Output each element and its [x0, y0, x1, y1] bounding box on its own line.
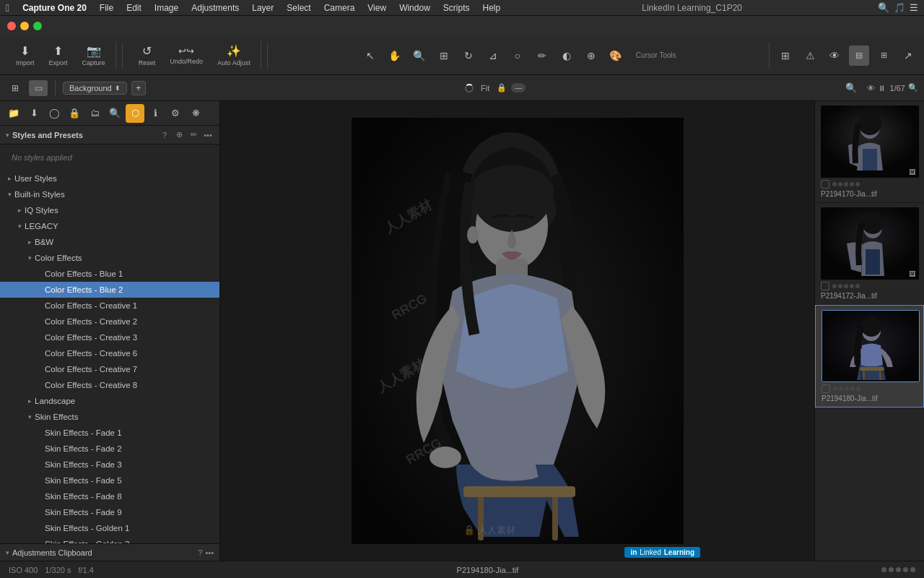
tree-item-color-effects[interactable]: Color Effects [0, 250, 219, 266]
tree-item-se-fade5[interactable]: Skin Effects - Fade 5 [0, 473, 219, 488]
expand-panel-button[interactable]: ↗ [898, 46, 918, 66]
tree-item-ce-blue1[interactable]: Color Effects - Blue 1 [0, 266, 219, 282]
grid-button[interactable]: ⊞ [775, 46, 796, 66]
layers-icon-btn[interactable]: ❋ [186, 104, 205, 123]
tree-item-iq-styles[interactable]: IQ Styles [0, 202, 219, 218]
menu-window[interactable]: Window [393, 1, 436, 14]
search-icon-btn[interactable]: 🔍 [105, 104, 124, 123]
bookmark-panel-btn[interactable]: ⊕ [173, 129, 185, 141]
menu-scripts[interactable]: Scripts [437, 1, 476, 14]
tree-item-ce-blue2[interactable]: Color Effects - Blue 2 [0, 282, 219, 298]
folder2-icon-btn[interactable]: 🗂 [85, 104, 104, 123]
edit-panel-btn[interactable]: ✏ [188, 129, 199, 141]
zoom-tool[interactable]: 🔍 [409, 46, 430, 66]
single-view-button[interactable]: ▭ [29, 80, 48, 96]
gradient-tool[interactable]: ◐ [557, 46, 577, 66]
minimize-button[interactable] [20, 22, 29, 30]
tree-item-se-fade1[interactable]: Skin Effects - Fade 1 [0, 425, 219, 441]
zoom-fit-button[interactable]: Fit [478, 82, 492, 94]
folder-icon-btn[interactable]: 📁 [4, 104, 23, 123]
rotate-tool[interactable]: ↻ [458, 46, 479, 66]
info-icon-btn[interactable]: ℹ [146, 104, 165, 123]
select-tool[interactable]: ↖ [360, 46, 380, 66]
import-icon-btn[interactable]: ⬇ [25, 104, 43, 123]
keystone-tool[interactable]: ⊿ [483, 46, 503, 66]
exp-warning-button[interactable]: ⚠ [800, 46, 820, 66]
tree-item-ce-creative3[interactable]: Color Effects - Creative 3 [0, 329, 219, 345]
close-button[interactable] [7, 22, 16, 30]
pan-tool[interactable]: ✋ [385, 46, 405, 66]
legacy-arrow [14, 221, 25, 231]
auto-adjust-button[interactable]: ✨ Auto Adjust [212, 41, 256, 69]
tree-item-ce-creative8[interactable]: Color Effects - Creative 8 [0, 377, 219, 393]
crop-tool[interactable]: ⊞ [434, 46, 454, 66]
copy-apply-button[interactable]: ⊞ [873, 46, 894, 66]
menu-app-name[interactable]: Capture One 20 [17, 1, 92, 14]
menu-select[interactable]: Select [281, 1, 316, 14]
capture-button[interactable]: 📷 Capture [77, 41, 111, 69]
menu-view[interactable]: View [362, 1, 392, 14]
tree-item-legacy[interactable]: LEGACY [0, 218, 219, 234]
filmstrip-item-1[interactable]: 🖼 P2194170-Jia...tif [815, 101, 924, 203]
adj-help-btn[interactable]: ? [198, 548, 202, 557]
color-picker[interactable]: 🎨 [606, 46, 626, 66]
filter-icon-btn[interactable]: ◯ [45, 104, 64, 123]
tree-item-ce-creative2[interactable]: Color Effects - Creative 2 [0, 314, 219, 329]
thumb-checkbox-2[interactable] [821, 282, 829, 290]
search-zoom-icon[interactable]: 🔍 [845, 82, 857, 93]
search-icon[interactable]: 🔍 [878, 2, 889, 13]
styles-icon-btn[interactable]: ⬡ [126, 104, 144, 123]
proofing-button[interactable]: 👁 [824, 46, 845, 66]
settings-icon-btn[interactable]: ⚙ [166, 104, 185, 123]
lock-icon-btn[interactable]: 🔒 [65, 104, 84, 123]
styles-presets-header[interactable]: ▾ Styles and Presets ? ⊕ ✏ ••• [0, 126, 219, 144]
notification-icon[interactable]: 🎵 [894, 2, 905, 13]
thumb-checkbox-1[interactable] [821, 180, 829, 189]
eyedropper-tool[interactable]: ⊕ [581, 46, 601, 66]
tree-item-builtin-styles[interactable]: Built-in Styles [0, 186, 219, 202]
lasso-tool[interactable]: ○ [507, 46, 528, 66]
menu-camera[interactable]: Camera [318, 1, 361, 14]
eye-icon[interactable]: 👁 [867, 84, 875, 92]
menu-file[interactable]: File [94, 1, 119, 14]
tree-item-landscape[interactable]: Landscape [0, 393, 219, 409]
tree-item-se-fade8[interactable]: Skin Effects - Fade 8 [0, 488, 219, 504]
import-button[interactable]: ⬇ Import [10, 41, 40, 69]
fullscreen-button[interactable] [33, 22, 42, 30]
undo-redo-button[interactable]: ↩↪ Undo/Redo [165, 43, 209, 68]
add-background-button[interactable]: + [131, 81, 146, 95]
reset-button[interactable]: ↺ Reset [133, 41, 162, 69]
menu-edit[interactable]: Edit [121, 1, 147, 14]
background-selector[interactable]: Background ⬍ [63, 82, 127, 95]
menu-image[interactable]: Image [149, 1, 184, 14]
edit-selected-button[interactable]: ▤ [849, 46, 869, 66]
tree-item-se-golden3[interactable]: Skin Effects - Golden 3 [0, 536, 219, 543]
menu-adjustments[interactable]: Adjustments [186, 1, 245, 14]
filmstrip-item-3[interactable]: P2194180-Jia...tif [815, 305, 924, 407]
tree-item-ce-creative1[interactable]: Color Effects - Creative 1 [0, 298, 219, 314]
tree-item-se-golden1[interactable]: Skin Effects - Golden 1 [0, 520, 219, 536]
tree-item-ce-creative6[interactable]: Color Effects - Creative 6 [0, 345, 219, 361]
tree-item-skin-effects[interactable]: Skin Effects [0, 409, 219, 425]
tree-item-user-styles[interactable]: User Styles [0, 171, 219, 186]
pause-icon[interactable]: ⏸ [878, 84, 886, 92]
export-button[interactable]: ⬆ Export [43, 41, 74, 69]
separator [55, 80, 56, 96]
menu-layer[interactable]: Layer [246, 1, 279, 14]
tree-item-se-fade2[interactable]: Skin Effects - Fade 2 [0, 441, 219, 457]
grid-view-button[interactable]: ⊞ [6, 80, 25, 96]
control-center-icon[interactable]: ☰ [910, 2, 918, 13]
thumb-checkbox-3[interactable] [821, 384, 830, 393]
tree-item-se-fade9[interactable]: Skin Effects - Fade 9 [0, 504, 219, 520]
nav-search-icon[interactable]: 🔍 [908, 83, 918, 92]
brush-tool[interactable]: ✏ [532, 46, 552, 66]
tree-item-ce-creative7[interactable]: Color Effects - Creative 7 [0, 361, 219, 377]
tree-item-bw[interactable]: B&W [0, 234, 219, 250]
filmstrip-item-2[interactable]: 🖼 P2194172-Jia...tif [815, 203, 924, 305]
help-panel-btn[interactable]: ? [159, 129, 170, 141]
menu-help[interactable]: Help [477, 1, 507, 14]
status-filename: P2194180-Jia...tif [101, 566, 874, 574]
adj-more-btn[interactable]: ••• [205, 548, 214, 557]
more-panel-btn[interactable]: ••• [202, 129, 214, 141]
tree-item-se-fade3[interactable]: Skin Effects - Fade 3 [0, 457, 219, 473]
